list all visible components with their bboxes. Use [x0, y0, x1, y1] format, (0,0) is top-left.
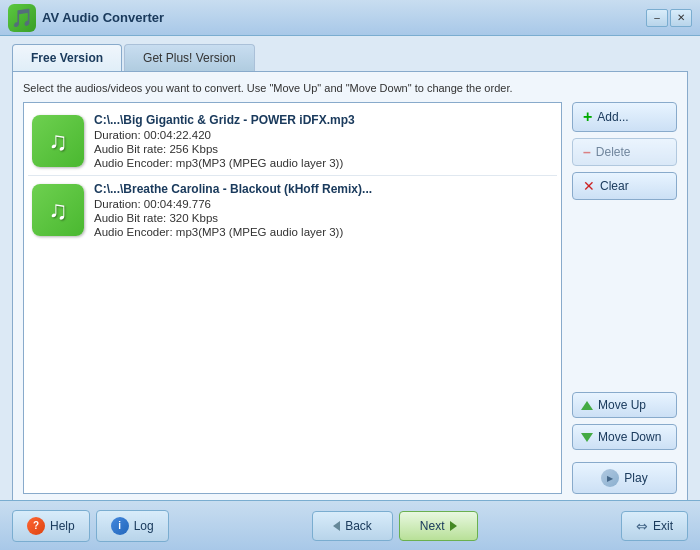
file-info-1: C:\...\Big Gigantic & Gridz - POWER iDFX…	[94, 113, 355, 169]
play-label: Play	[624, 471, 647, 485]
clear-label: Clear	[600, 179, 629, 193]
right-buttons: + Add... – Delete ✕ Clear Move Up	[572, 102, 677, 494]
add-label: Add...	[597, 110, 628, 124]
bottom-bar: ? Help i Log Back Next ⇔ Exit	[0, 500, 700, 550]
music-note-icon: ♫	[48, 195, 68, 226]
file-duration-1: Duration: 00:04:22.420	[94, 129, 355, 141]
help-icon: ?	[27, 517, 45, 535]
spacer	[572, 206, 677, 386]
file-name-2: C:\...\Breathe Carolina - Blackout (kHof…	[94, 182, 372, 196]
file-name-1: C:\...\Big Gigantic & Gridz - POWER iDFX…	[94, 113, 355, 127]
arrow-up-icon	[581, 401, 593, 410]
content-panel: Select the audios/videos you want to con…	[12, 71, 688, 505]
exit-icon: ⇔	[636, 518, 648, 534]
app-icon: 🎵	[8, 4, 36, 32]
file-encoder-2: Audio Encoder: mp3(MP3 (MPEG audio layer…	[94, 226, 372, 238]
clear-icon: ✕	[583, 178, 595, 194]
next-button[interactable]: Next	[399, 511, 478, 541]
log-label: Log	[134, 519, 154, 533]
info-icon: i	[111, 517, 129, 535]
plus-icon: +	[583, 108, 592, 126]
file-info-2: C:\...\Breathe Carolina - Blackout (kHof…	[94, 182, 372, 238]
music-note-icon: ♫	[48, 126, 68, 157]
title-bar: 🎵 AV Audio Converter – ✕	[0, 0, 700, 36]
file-duration-2: Duration: 00:04:49.776	[94, 198, 372, 210]
help-label: Help	[50, 519, 75, 533]
tab-bar: Free Version Get Plus! Version	[12, 44, 688, 71]
back-arrow-icon	[333, 521, 340, 531]
main-window: Free Version Get Plus! Version Select th…	[0, 36, 700, 500]
tab-free-version[interactable]: Free Version	[12, 44, 122, 71]
window-controls: – ✕	[646, 9, 692, 27]
exit-label: Exit	[653, 519, 673, 533]
log-button[interactable]: i Log	[96, 510, 169, 542]
clear-button[interactable]: ✕ Clear	[572, 172, 677, 200]
arrow-down-icon	[581, 433, 593, 442]
list-item[interactable]: ♫ C:\...\Big Gigantic & Gridz - POWER iD…	[28, 107, 557, 176]
tab-plus-version[interactable]: Get Plus! Version	[124, 44, 255, 71]
delete-button[interactable]: – Delete	[572, 138, 677, 166]
minimize-button[interactable]: –	[646, 9, 668, 27]
file-bitrate-1: Audio Bit rate: 256 Kbps	[94, 143, 355, 155]
help-button[interactable]: ? Help	[12, 510, 90, 542]
play-button[interactable]: ▶ Play	[572, 462, 677, 494]
file-bitrate-2: Audio Bit rate: 320 Kbps	[94, 212, 372, 224]
next-arrow-icon	[450, 521, 457, 531]
move-up-button[interactable]: Move Up	[572, 392, 677, 418]
move-up-label: Move Up	[598, 398, 646, 412]
back-label: Back	[345, 519, 372, 533]
move-down-label: Move Down	[598, 430, 661, 444]
delete-icon: –	[583, 144, 591, 160]
play-icon: ▶	[601, 469, 619, 487]
content-row: ♫ C:\...\Big Gigantic & Gridz - POWER iD…	[23, 102, 677, 494]
close-button[interactable]: ✕	[670, 9, 692, 27]
delete-label: Delete	[596, 145, 631, 159]
back-button[interactable]: Back	[312, 511, 393, 541]
add-button[interactable]: + Add...	[572, 102, 677, 132]
list-item[interactable]: ♫ C:\...\Breathe Carolina - Blackout (kH…	[28, 176, 557, 244]
exit-button[interactable]: ⇔ Exit	[621, 511, 688, 541]
app-title: AV Audio Converter	[42, 10, 646, 25]
file-list[interactable]: ♫ C:\...\Big Gigantic & Gridz - POWER iD…	[23, 102, 562, 494]
move-down-button[interactable]: Move Down	[572, 424, 677, 450]
instruction-text: Select the audios/videos you want to con…	[23, 82, 677, 94]
next-label: Next	[420, 519, 445, 533]
file-icon-1: ♫	[32, 115, 84, 167]
file-icon-2: ♫	[32, 184, 84, 236]
file-encoder-1: Audio Encoder: mp3(MP3 (MPEG audio layer…	[94, 157, 355, 169]
